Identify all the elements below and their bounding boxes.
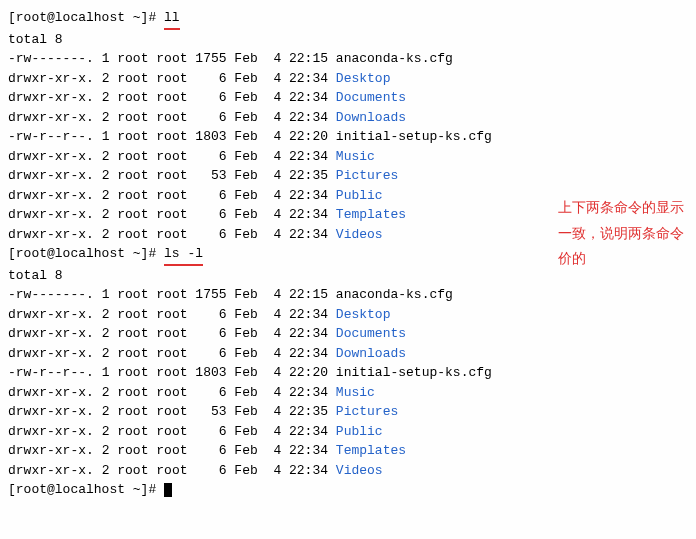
- file-name: Downloads: [336, 110, 406, 125]
- file-month: Feb: [234, 443, 257, 458]
- shell-prompt: [root@localhost ~]#: [8, 482, 164, 497]
- file-row: -rw-r--r--. 1 root root 1803 Feb 4 22:20…: [8, 127, 688, 147]
- file-perm: drwxr-xr-x.: [8, 424, 94, 439]
- file-time: 22:34: [289, 346, 328, 361]
- file-group: root: [156, 51, 187, 66]
- file-day: 4: [266, 404, 282, 419]
- file-perm: drwxr-xr-x.: [8, 168, 94, 183]
- annotation-line: 上下两条命令的显示: [558, 195, 684, 221]
- file-day: 4: [266, 365, 282, 380]
- file-row: drwxr-xr-x. 2 root root 6 Feb 4 22:34 Do…: [8, 88, 688, 108]
- file-size: 6: [195, 188, 226, 203]
- file-time: 22:34: [289, 149, 328, 164]
- file-month: Feb: [234, 188, 257, 203]
- prompt-line-3[interactable]: [root@localhost ~]#: [8, 480, 688, 500]
- file-perm: drwxr-xr-x.: [8, 188, 94, 203]
- file-owner: root: [117, 110, 148, 125]
- file-owner: root: [117, 346, 148, 361]
- file-name: Public: [336, 188, 383, 203]
- file-time: 22:34: [289, 90, 328, 105]
- file-name: anaconda-ks.cfg: [336, 287, 453, 302]
- file-owner: root: [117, 207, 148, 222]
- file-owner: root: [117, 404, 148, 419]
- file-row: drwxr-xr-x. 2 root root 6 Feb 4 22:34 De…: [8, 305, 688, 325]
- file-time: 22:15: [289, 51, 328, 66]
- file-row: -rw-------. 1 root root 1755 Feb 4 22:15…: [8, 285, 688, 305]
- file-owner: root: [117, 463, 148, 478]
- file-day: 4: [266, 168, 282, 183]
- file-perm: drwxr-xr-x.: [8, 227, 94, 242]
- file-perm: drwxr-xr-x.: [8, 326, 94, 341]
- file-owner: root: [117, 90, 148, 105]
- file-time: 22:34: [289, 227, 328, 242]
- file-owner: root: [117, 168, 148, 183]
- total-line-1: total 8: [8, 30, 688, 50]
- file-row: drwxr-xr-x. 2 root root 6 Feb 4 22:34 Mu…: [8, 147, 688, 167]
- file-owner: root: [117, 443, 148, 458]
- file-name: Documents: [336, 326, 406, 341]
- file-day: 4: [266, 149, 282, 164]
- file-month: Feb: [234, 168, 257, 183]
- file-group: root: [156, 110, 187, 125]
- file-links: 2: [102, 71, 110, 86]
- file-time: 22:34: [289, 307, 328, 322]
- file-month: Feb: [234, 463, 257, 478]
- annotation-line: 一致，说明两条命令: [558, 221, 684, 247]
- file-time: 22:34: [289, 326, 328, 341]
- file-perm: -rw-------.: [8, 287, 94, 302]
- file-size: 6: [195, 149, 226, 164]
- file-owner: root: [117, 365, 148, 380]
- file-group: root: [156, 168, 187, 183]
- file-perm: -rw-r--r--.: [8, 129, 94, 144]
- file-name: Pictures: [336, 168, 398, 183]
- file-group: root: [156, 385, 187, 400]
- file-name: anaconda-ks.cfg: [336, 51, 453, 66]
- file-size: 6: [195, 346, 226, 361]
- file-size: 1803: [195, 129, 226, 144]
- file-owner: root: [117, 149, 148, 164]
- file-size: 1755: [195, 287, 226, 302]
- file-month: Feb: [234, 287, 257, 302]
- file-owner: root: [117, 307, 148, 322]
- file-month: Feb: [234, 71, 257, 86]
- file-size: 53: [195, 404, 226, 419]
- file-links: 2: [102, 110, 110, 125]
- file-time: 22:34: [289, 71, 328, 86]
- file-group: root: [156, 149, 187, 164]
- file-group: root: [156, 404, 187, 419]
- file-month: Feb: [234, 404, 257, 419]
- file-group: root: [156, 227, 187, 242]
- file-month: Feb: [234, 365, 257, 380]
- file-name: Pictures: [336, 404, 398, 419]
- file-name: Desktop: [336, 307, 391, 322]
- file-size: 53: [195, 168, 226, 183]
- file-day: 4: [266, 71, 282, 86]
- file-perm: drwxr-xr-x.: [8, 110, 94, 125]
- file-name: Documents: [336, 90, 406, 105]
- file-group: root: [156, 326, 187, 341]
- file-owner: root: [117, 326, 148, 341]
- file-day: 4: [266, 307, 282, 322]
- file-links: 2: [102, 404, 110, 419]
- file-links: 1: [102, 365, 110, 380]
- file-links: 1: [102, 51, 110, 66]
- file-day: 4: [266, 51, 282, 66]
- file-group: root: [156, 443, 187, 458]
- file-links: 1: [102, 287, 110, 302]
- file-group: root: [156, 90, 187, 105]
- file-row: drwxr-xr-x. 2 root root 53 Feb 4 22:35 P…: [8, 166, 688, 186]
- file-perm: -rw-------.: [8, 51, 94, 66]
- file-day: 4: [266, 326, 282, 341]
- file-owner: root: [117, 424, 148, 439]
- file-row: drwxr-xr-x. 2 root root 6 Feb 4 22:34 Te…: [8, 441, 688, 461]
- file-perm: drwxr-xr-x.: [8, 207, 94, 222]
- file-time: 22:34: [289, 110, 328, 125]
- file-links: 2: [102, 424, 110, 439]
- file-day: 4: [266, 346, 282, 361]
- file-month: Feb: [234, 90, 257, 105]
- file-row: drwxr-xr-x. 2 root root 6 Feb 4 22:34 Do…: [8, 324, 688, 344]
- shell-prompt: [root@localhost ~]#: [8, 246, 164, 261]
- shell-prompt: [root@localhost ~]#: [8, 10, 164, 25]
- file-links: 2: [102, 346, 110, 361]
- file-perm: drwxr-xr-x.: [8, 443, 94, 458]
